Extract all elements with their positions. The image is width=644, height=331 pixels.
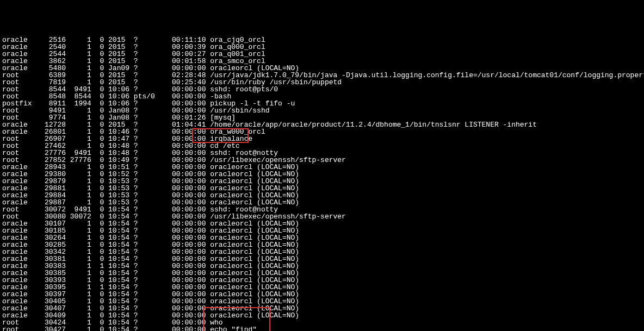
terminal-output[interactable]: oracle 2516 1 0 2015 ? 00:11:10 ora_cjq0… [0,28,644,331]
process-list: oracle 2516 1 0 2015 ? 00:11:10 ora_cjq0… [2,36,642,331]
process-row: root 30427 1 0 10:54 ? 00:00:00 echo "fi… [2,326,642,331]
